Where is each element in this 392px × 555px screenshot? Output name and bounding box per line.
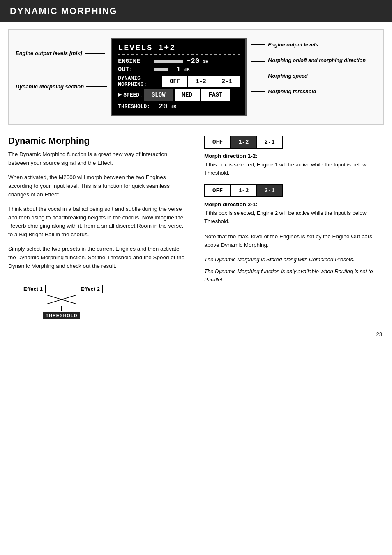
morph-label: DYNAMICMORPHING:: [118, 75, 159, 88]
morph-dir-1-desc: If this box is selected, Engine 1 will b…: [204, 161, 384, 177]
connector-line: [251, 91, 265, 92]
morph-2-1[interactable]: 2-1: [214, 76, 240, 87]
main-content: Dynamic Morphing The Dynamic Morphing fu…: [0, 131, 392, 327]
effect-2-label: Effect 2: [78, 285, 103, 293]
threshold-container: THRESHOLD: [21, 306, 103, 319]
morph-box-1-off[interactable]: OFF: [205, 136, 231, 148]
page-header: DYNAMIC MORPHING: [0, 0, 392, 22]
threshold-label: THRESHOLD:: [118, 104, 150, 110]
speed-arrow-icon: ►: [118, 92, 122, 99]
page-title: DYNAMIC MORPHING: [10, 6, 118, 16]
morph-options-box-1: OFF 1-2 2-1: [204, 136, 283, 149]
section-title: Dynamic Morphing: [8, 136, 188, 146]
paragraph-2: When activated, the M2000 will morph bet…: [8, 173, 188, 199]
effect-diagram: Effect 1 Effect 2 THRESHOLD: [21, 285, 103, 319]
speed-med[interactable]: MED: [175, 89, 201, 101]
engine-value1: −20 dB: [186, 57, 208, 65]
morph-box-2-off[interactable]: OFF: [205, 185, 231, 196]
speed-slow[interactable]: SLOW: [144, 89, 174, 101]
morph-box-1-21[interactable]: 2-1: [257, 136, 282, 148]
morph-1-2[interactable]: 1-2: [188, 76, 214, 87]
diagram-right-labels: Engine output levels Morphing on/off and…: [251, 42, 366, 99]
lcd-speed-row: ► SPEED: SLOW MED FAST: [118, 89, 240, 101]
right-label-morph-speed: Morphing speed: [251, 73, 366, 79]
lcd-threshold-row: THRESHOLD: −20 dB: [118, 102, 240, 111]
threshold-line: [61, 306, 62, 311]
morph-box-1-2: OFF 1-2 2-1 Morph direction 1-2: If this…: [204, 136, 384, 177]
morph-off[interactable]: OFF: [162, 76, 188, 87]
connector-line: [251, 76, 265, 76]
morph-options-box-2: OFF 1-2 2-1: [204, 184, 283, 197]
morph-box-2-12[interactable]: 1-2: [231, 185, 257, 196]
morph-box-1-12[interactable]: 1-2: [231, 136, 257, 148]
right-label-morph-direction: Morphing on/off and morphing direction: [251, 58, 366, 63]
right-label-engine: Engine output levels: [251, 42, 366, 48]
morph-dir-2-title: Morph direction 2-1:: [204, 201, 384, 207]
connector-line: [251, 44, 265, 45]
speed-fast[interactable]: FAST: [201, 89, 230, 101]
diagram-left-labels: Engine output levels [mix] Dynamic Morph…: [16, 50, 107, 90]
lcd-engine-row1: ENGINE −20 dB: [118, 57, 240, 65]
threshold-label-box: THRESHOLD: [43, 312, 80, 319]
morph-dir-1-title: Morph direction 1-2:: [204, 153, 384, 159]
italic-note-2: The Dynamic Morphing function is only av…: [204, 267, 384, 283]
paragraph-3: Think about the vocal in a ballad being …: [8, 205, 188, 240]
morph-dir-2-desc: If this box is selected, Engine 2 will b…: [204, 209, 384, 225]
engine-label: ENGINE: [118, 58, 151, 65]
dynamic-morphing-label: Dynamic Morphing section: [16, 83, 107, 90]
paragraph-4: Simply select the two presets in the cur…: [8, 245, 188, 271]
morph-box-2-1: OFF 1-2 2-1 Morph direction 2-1: If this…: [204, 184, 384, 225]
connector-line: [251, 61, 265, 62]
right-label-morph-threshold: Morphing threshold: [251, 89, 366, 94]
italic-note-1: The Dynamic Morphing is Stored along wit…: [204, 256, 384, 264]
threshold-value: −20 dB: [154, 102, 176, 111]
lcd-engine-row2: OUT: −1 dB: [118, 65, 240, 74]
lcd-morph-row: DYNAMICMORPHING: OFF 1-2 2-1: [118, 75, 240, 88]
lcd-title: LEVELS 1+2: [118, 43, 240, 55]
paragraph-1: The Dynamic Morphing function is a great…: [8, 150, 188, 168]
speed-label: SPEED:: [123, 92, 143, 98]
left-column: Dynamic Morphing The Dynamic Morphing fu…: [8, 136, 200, 323]
effect-cross: [21, 293, 103, 306]
cross-icon: [45, 293, 78, 306]
page-number: 23: [0, 331, 382, 337]
diagram-section: Engine output levels [mix] Dynamic Morph…: [8, 29, 384, 125]
morph-box-2-21[interactable]: 2-1: [257, 185, 282, 196]
engine-output-label: Engine output levels [mix]: [16, 50, 107, 56]
effect-labels-row: Effect 1 Effect 2: [21, 285, 103, 293]
out-label: OUT:: [118, 66, 151, 73]
lcd-display: LEVELS 1+2 ENGINE −20 dB OUT: −1 dB DYNA…: [111, 38, 247, 116]
right-column: OFF 1-2 2-1 Morph direction 1-2: If this…: [200, 136, 384, 323]
engine-value2: −1 dB: [172, 65, 189, 74]
morph-options: OFF 1-2 2-1: [162, 76, 240, 87]
effect-1-label: Effect 1: [21, 285, 46, 293]
note1: Note that the max. level of the Engines …: [204, 233, 384, 250]
